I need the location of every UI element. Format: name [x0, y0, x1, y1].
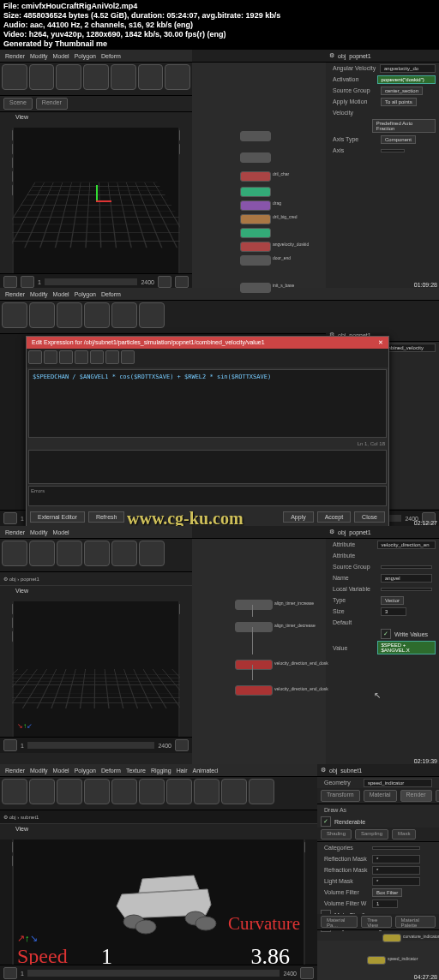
- breadcrumb[interactable]: subnet1: [340, 768, 362, 774]
- tool-column[interactable]: [12, 128, 14, 273]
- toolbar-button[interactable]: [28, 350, 42, 364]
- tool-column[interactable]: [12, 601, 14, 737]
- breadcrumb[interactable]: subnet1: [21, 815, 39, 820]
- menu-item[interactable]: Texture: [126, 768, 146, 774]
- close-button[interactable]: Close: [354, 511, 385, 523]
- arrow-icon[interactable]: [12, 603, 13, 615]
- code-area[interactable]: $SPEEDCHAN / $ANGVEL1 * cos($ROTTXSAVE) …: [28, 369, 387, 438]
- snap-icon[interactable]: [179, 129, 180, 141]
- move-icon[interactable]: [12, 630, 13, 642]
- time-slider[interactable]: [27, 970, 280, 977]
- node-graph[interactable]: [192, 526, 326, 764]
- categories-field[interactable]: [372, 846, 420, 850]
- volfw-field[interactable]: 1: [372, 899, 398, 908]
- shelf-tool[interactable]: [2, 64, 27, 90]
- gear-icon[interactable]: ⚙: [329, 529, 334, 535]
- node[interactable]: [235, 685, 273, 696]
- tab-active[interactable]: Render: [400, 790, 432, 802]
- shelf-tool[interactable]: [29, 302, 55, 328]
- shelf-tool[interactable]: [166, 779, 192, 804]
- timeline[interactable]: 1 2400: [0, 965, 317, 980]
- apply-motion-dropdown[interactable]: To all points: [381, 98, 417, 106]
- gear-icon[interactable]: ⚙: [3, 815, 8, 820]
- rotate-icon[interactable]: [12, 170, 13, 182]
- shelf-tool[interactable]: [139, 302, 165, 328]
- param-tabs[interactable]: Transform Material Render Misc: [317, 788, 439, 804]
- toolbar-button[interactable]: [105, 350, 119, 364]
- axis-type-dropdown[interactable]: Component: [381, 135, 416, 144]
- shelf-tool[interactable]: [138, 64, 164, 90]
- breadcrumb[interactable]: obj: [9, 577, 16, 582]
- shelf[interactable]: [0, 539, 192, 572]
- value-field[interactable]: $SPEED + $ANGVEL.X: [377, 641, 436, 654]
- tab[interactable]: Render: [36, 98, 68, 110]
- refresh-button[interactable]: Refresh: [88, 511, 125, 523]
- shelf-tool[interactable]: [139, 779, 165, 804]
- shelf-tool[interactable]: [111, 302, 137, 328]
- toolbar-button[interactable]: [90, 350, 104, 364]
- display-icon[interactable]: [179, 143, 180, 155]
- shelf-tool[interactable]: [57, 541, 82, 566]
- node[interactable]: [240, 131, 271, 141]
- scale-icon[interactable]: [12, 184, 13, 196]
- tab[interactable]: Mask: [392, 829, 416, 840]
- arrow-icon[interactable]: [12, 841, 13, 853]
- menu-item[interactable]: Render: [5, 768, 25, 774]
- node[interactable]: [240, 200, 271, 211]
- menu-item[interactable]: Render: [5, 529, 25, 535]
- play-prev-icon[interactable]: [21, 276, 34, 288]
- srcgrp-field[interactable]: [381, 565, 432, 569]
- shelf-tool[interactable]: [29, 64, 55, 90]
- node[interactable]: [240, 187, 271, 197]
- snap-icon[interactable]: [179, 603, 180, 615]
- network-tabs[interactable]: Material Pa… Tree View Material Palette: [317, 914, 439, 930]
- volfilter-dropdown[interactable]: Box Filter: [372, 888, 402, 897]
- shelf-tool[interactable]: [84, 541, 110, 566]
- shelf-tool[interactable]: [111, 64, 136, 90]
- menu-item[interactable]: Deform: [101, 53, 121, 59]
- tab[interactable]: Tree View: [361, 916, 391, 928]
- arrow-icon[interactable]: [12, 129, 13, 141]
- tab[interactable]: Shading: [321, 829, 352, 840]
- menu-bar[interactable]: Render Modify Model: [0, 526, 192, 539]
- node-graph[interactable]: [192, 50, 326, 288]
- right-tool-column[interactable]: [178, 601, 180, 737]
- external-editor-button[interactable]: External Editor: [30, 511, 85, 523]
- shelf-tool[interactable]: [165, 64, 190, 90]
- activation-field[interactable]: popevent("doskid"): [377, 75, 436, 84]
- toolbar-button[interactable]: [121, 350, 135, 364]
- tool-column[interactable]: [12, 840, 14, 965]
- menu-item[interactable]: Modify: [30, 768, 48, 774]
- breadcrumb[interactable]: obj: [329, 768, 337, 774]
- menu-item[interactable]: Deform: [101, 291, 121, 297]
- op-name[interactable]: angvelocity_do: [380, 64, 436, 73]
- shelf-tool[interactable]: [221, 779, 247, 804]
- node[interactable]: [235, 622, 273, 632]
- shelf-tool[interactable]: [57, 779, 82, 804]
- accept-button[interactable]: Accept: [317, 511, 351, 523]
- time-slider[interactable]: [45, 278, 138, 285]
- shelf-tool[interactable]: [194, 779, 220, 804]
- tab[interactable]: Material Palette: [395, 916, 436, 928]
- shelf-tool[interactable]: [2, 541, 27, 566]
- menu-item[interactable]: Model: [53, 529, 69, 535]
- menu-bar[interactable]: Render Modify Model Polygon Deform: [0, 50, 192, 63]
- pane-tabs[interactable]: Scene Render: [0, 96, 192, 112]
- size-field[interactable]: 3: [381, 607, 406, 616]
- node[interactable]: [240, 242, 271, 252]
- play-first-icon[interactable]: [3, 739, 17, 751]
- op-name-field[interactable]: velocity_direction_en: [377, 541, 436, 549]
- editor-toolbar[interactable]: [27, 349, 388, 368]
- toolbar-button[interactable]: [75, 350, 88, 364]
- light-mask-field[interactable]: *: [372, 877, 420, 886]
- tab[interactable]: Material: [364, 790, 397, 802]
- snap-icon[interactable]: [304, 841, 305, 853]
- menu-item[interactable]: Modify: [30, 53, 48, 59]
- menu-item[interactable]: Model: [53, 53, 69, 59]
- menu-item[interactable]: Polygon: [75, 291, 96, 297]
- node[interactable]: [240, 255, 271, 266]
- velocity-dropdown[interactable]: Predefined Auto Fraction: [372, 119, 436, 133]
- menu-item[interactable]: Model: [53, 291, 69, 297]
- shelf-tool[interactable]: [139, 541, 165, 566]
- shelf-tool[interactable]: [2, 302, 27, 328]
